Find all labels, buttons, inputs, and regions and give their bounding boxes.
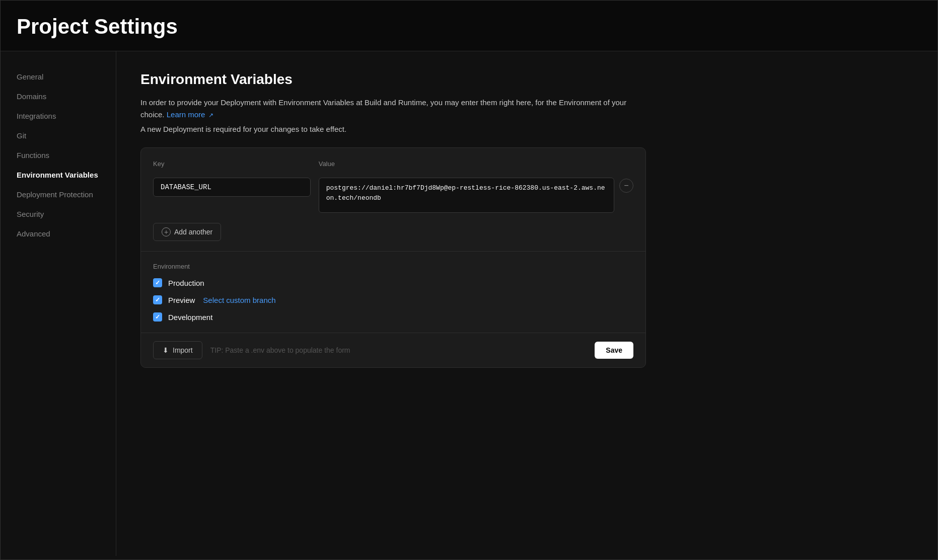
page-header: Project Settings	[1, 1, 937, 51]
development-checkbox[interactable]: ✓	[153, 312, 162, 322]
import-button[interactable]: ⬇ Import	[153, 341, 202, 359]
sidebar-item-functions[interactable]: Functions	[11, 146, 106, 165]
preview-label: Preview	[168, 296, 195, 304]
import-icon: ⬇	[163, 346, 169, 354]
tip-text: TIP: Paste a .env above to populate the …	[210, 346, 587, 354]
kv-entry-row: postgres://daniel:hr7bf7Djd8Wp@ep-restle…	[153, 178, 633, 213]
env-vars-card: Key Value postgres://daniel:hr7bf7Djd8Wp…	[140, 147, 646, 368]
section-title: Environment Variables	[140, 71, 646, 88]
checkmark-icon: ✓	[155, 313, 160, 321]
sidebar-item-deployment-protection[interactable]: Deployment Protection	[11, 185, 106, 204]
production-label: Production	[168, 279, 204, 287]
add-another-button[interactable]: + Add another	[153, 223, 221, 241]
page-title: Project Settings	[17, 15, 921, 39]
learn-more-link[interactable]: Learn more ↗	[167, 110, 213, 119]
preview-checkbox[interactable]: ✓	[153, 295, 162, 304]
main-content: Environment Variables In order to provid…	[116, 51, 670, 556]
select-custom-branch-link[interactable]: Select custom branch	[203, 296, 275, 304]
checkmark-icon: ✓	[155, 279, 160, 286]
checkmark-icon: ✓	[155, 296, 160, 303]
env-option-production: ✓ Production	[153, 278, 633, 287]
minus-icon: −	[624, 181, 628, 190]
production-checkbox[interactable]: ✓	[153, 278, 162, 287]
development-label: Development	[168, 313, 212, 322]
key-input[interactable]	[153, 178, 311, 197]
env-option-development: ✓ Development	[153, 312, 633, 322]
kv-section: Key Value postgres://daniel:hr7bf7Djd8Wp…	[141, 148, 645, 252]
environment-section: Environment ✓ Production ✓ Preview Selec…	[141, 252, 645, 333]
kv-header-row: Key Value	[153, 160, 633, 172]
sidebar-item-domains[interactable]: Domains	[11, 87, 106, 106]
remove-entry-button[interactable]: −	[619, 179, 633, 193]
sidebar-item-environment-variables[interactable]: Environment Variables	[11, 166, 106, 184]
sidebar-item-advanced[interactable]: Advanced	[11, 224, 106, 243]
sidebar: General Domains Integrations Git Functio…	[1, 51, 116, 556]
external-link-icon: ↗	[208, 111, 213, 120]
plus-circle-icon: +	[162, 227, 171, 236]
key-column-label: Key	[153, 160, 311, 168]
save-button[interactable]: Save	[595, 342, 633, 359]
sidebar-item-security[interactable]: Security	[11, 205, 106, 223]
value-input[interactable]: postgres://daniel:hr7bf7Djd8Wp@ep-restle…	[319, 178, 614, 213]
sidebar-item-git[interactable]: Git	[11, 126, 106, 145]
card-footer: ⬇ Import TIP: Paste a .env above to popu…	[141, 333, 645, 367]
deployment-note: A new Deployment is required for your ch…	[140, 125, 646, 133]
value-column-label: Value	[319, 160, 335, 168]
sidebar-item-integrations[interactable]: Integrations	[11, 107, 106, 125]
key-input-container	[153, 178, 311, 197]
sidebar-item-general[interactable]: General	[11, 67, 106, 86]
env-option-preview: ✓ Preview Select custom branch	[153, 295, 633, 304]
value-input-container: postgres://daniel:hr7bf7Djd8Wp@ep-restle…	[319, 178, 633, 213]
environment-label: Environment	[153, 263, 633, 270]
section-description: In order to provide your Deployment with…	[140, 97, 646, 121]
